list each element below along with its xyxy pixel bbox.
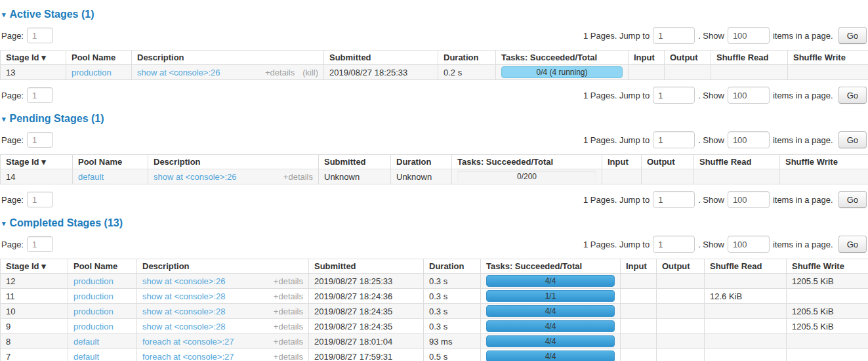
- description-link[interactable]: show at <console>:26: [154, 172, 236, 182]
- page-input[interactable]: [27, 28, 53, 43]
- column-header-output[interactable]: Output: [665, 51, 711, 65]
- description-cell: show at <console>:28+details: [137, 289, 309, 304]
- jump-to-input[interactable]: [653, 87, 695, 104]
- description-link[interactable]: show at <console>:28: [142, 291, 225, 301]
- column-header-pool-name[interactable]: Pool Name: [68, 259, 137, 274]
- details-toggle[interactable]: +details: [274, 276, 303, 286]
- column-header-description[interactable]: Description: [137, 259, 309, 274]
- column-header-output[interactable]: Output: [657, 259, 705, 274]
- active-stages-pager-top: Page:1 Pages. Jump to. Showitems in a pa…: [0, 26, 868, 45]
- items-per-page-label: items in a page.: [773, 195, 833, 205]
- show-count-input[interactable]: [728, 131, 770, 148]
- submitted-cell: 2019/08/27 18:24:35: [309, 319, 424, 334]
- pending-stages-heading[interactable]: ▾ Pending Stages (1): [2, 113, 868, 125]
- completed-stages-heading[interactable]: ▾ Completed Stages (13): [2, 217, 868, 229]
- details-toggle[interactable]: +details: [274, 307, 303, 316]
- show-count-input[interactable]: [728, 87, 770, 104]
- column-header-tasks-succeeded-total[interactable]: Tasks: Succeeded/Total: [452, 155, 602, 169]
- description-wrap: show at <console>:26+details: [142, 276, 303, 286]
- column-header-pool-name[interactable]: Pool Name: [73, 155, 148, 169]
- kill-link[interactable]: (kill): [302, 68, 318, 77]
- pool-name-link[interactable]: production: [73, 307, 114, 316]
- shuffle-write-cell: 1205.5 KiB: [787, 319, 868, 334]
- jump-to-input[interactable]: [653, 131, 695, 148]
- output-cell: [657, 304, 705, 319]
- pool-name-link[interactable]: production: [73, 291, 114, 301]
- shuffle-write-cell: [788, 65, 868, 80]
- column-header-tasks-succeeded-total[interactable]: Tasks: Succeeded/Total: [496, 51, 629, 65]
- input-cell: [621, 319, 657, 334]
- column-header-shuffle-write[interactable]: Shuffle Write: [788, 51, 868, 65]
- jump-to-input[interactable]: [653, 27, 695, 44]
- page-input[interactable]: [27, 132, 53, 148]
- column-header-description[interactable]: Description: [132, 51, 324, 65]
- page-input[interactable]: [27, 87, 53, 103]
- column-header-shuffle-read[interactable]: Shuffle Read: [705, 259, 787, 274]
- column-header-shuffle-write[interactable]: Shuffle Write: [780, 155, 868, 169]
- page-label: Page:: [1, 31, 24, 41]
- go-button[interactable]: Go: [838, 236, 867, 253]
- column-header-duration[interactable]: Duration: [391, 155, 452, 169]
- column-header-shuffle-write[interactable]: Shuffle Write: [787, 259, 868, 274]
- column-header-shuffle-read[interactable]: Shuffle Read: [694, 155, 780, 169]
- details-toggle[interactable]: +details: [274, 322, 303, 331]
- pool-name-link[interactable]: default: [78, 172, 104, 182]
- show-label: . Show: [698, 31, 724, 41]
- go-button[interactable]: Go: [838, 191, 867, 208]
- column-header-submitted[interactable]: Submitted: [319, 155, 391, 169]
- submitted-cell: 2019/08/27 18:24:36: [309, 289, 424, 304]
- column-header-input[interactable]: Input: [629, 51, 665, 65]
- details-toggle[interactable]: +details: [283, 172, 313, 182]
- details-toggle[interactable]: +details: [274, 352, 303, 361]
- pool-name-link[interactable]: production: [72, 68, 112, 77]
- go-button[interactable]: Go: [838, 27, 867, 44]
- tasks-progress-label: 4/4: [545, 276, 556, 286]
- column-header-duration[interactable]: Duration: [424, 259, 481, 274]
- details-toggle[interactable]: +details: [265, 68, 295, 77]
- details-toggle[interactable]: +details: [274, 291, 303, 301]
- items-per-page-label: items in a page.: [773, 91, 833, 100]
- active-stages-table: Stage Id ▾Pool NameDescriptionSubmittedD…: [0, 50, 868, 80]
- column-header-shuffle-read[interactable]: Shuffle Read: [711, 51, 788, 65]
- column-header-submitted[interactable]: Submitted: [309, 259, 424, 274]
- pool-name-link[interactable]: default: [73, 352, 99, 361]
- details-toggle[interactable]: +details: [274, 337, 303, 347]
- active-stages-heading[interactable]: ▾ Active Stages (1): [2, 9, 868, 20]
- description-link[interactable]: show at <console>:28: [142, 322, 225, 331]
- description-link[interactable]: foreach at <console>:27: [142, 337, 234, 347]
- column-header-tasks-succeeded-total[interactable]: Tasks: Succeeded/Total: [481, 259, 621, 274]
- go-button[interactable]: Go: [838, 87, 867, 104]
- column-header-output[interactable]: Output: [642, 155, 694, 169]
- jump-to-input[interactable]: [653, 236, 695, 253]
- show-count-input[interactable]: [728, 27, 770, 44]
- column-header-duration[interactable]: Duration: [438, 51, 496, 65]
- output-cell: [642, 169, 694, 184]
- column-header-description[interactable]: Description: [148, 155, 319, 169]
- description-link[interactable]: foreach at <console>:27: [142, 352, 234, 361]
- page-input[interactable]: [27, 236, 53, 252]
- pool-name-link[interactable]: production: [73, 322, 114, 331]
- description-link[interactable]: show at <console>:26: [142, 276, 225, 286]
- duration-cell: 0.2 s: [438, 65, 496, 80]
- show-count-input[interactable]: [728, 236, 770, 253]
- show-count-input[interactable]: [728, 191, 770, 208]
- column-header-stage-id[interactable]: Stage Id ▾: [1, 51, 66, 65]
- table-row: 7defaultforeach at <console>:27+details2…: [1, 349, 868, 361]
- column-header-input[interactable]: Input: [602, 155, 642, 169]
- pool-name-link[interactable]: production: [73, 276, 114, 286]
- description-wrap: show at <console>:26+details(kill): [137, 68, 318, 77]
- column-header-pool-name[interactable]: Pool Name: [66, 51, 132, 65]
- jump-to-input[interactable]: [653, 191, 695, 208]
- description-link[interactable]: show at <console>:26: [137, 68, 220, 77]
- column-header-stage-id[interactable]: Stage Id ▾: [1, 155, 73, 169]
- column-header-input[interactable]: Input: [621, 259, 657, 274]
- column-header-submitted[interactable]: Submitted: [324, 51, 438, 65]
- description-wrap: show at <console>:28+details: [142, 322, 303, 331]
- pool-name-link[interactable]: default: [73, 337, 99, 347]
- page-input[interactable]: [27, 192, 53, 207]
- go-button[interactable]: Go: [838, 131, 867, 148]
- duration-cell: 93 ms: [424, 334, 481, 349]
- column-header-stage-id[interactable]: Stage Id ▾: [1, 259, 68, 274]
- tasks-progress-bar: 0/4 (4 running): [501, 66, 623, 78]
- description-link[interactable]: show at <console>:28: [142, 307, 225, 316]
